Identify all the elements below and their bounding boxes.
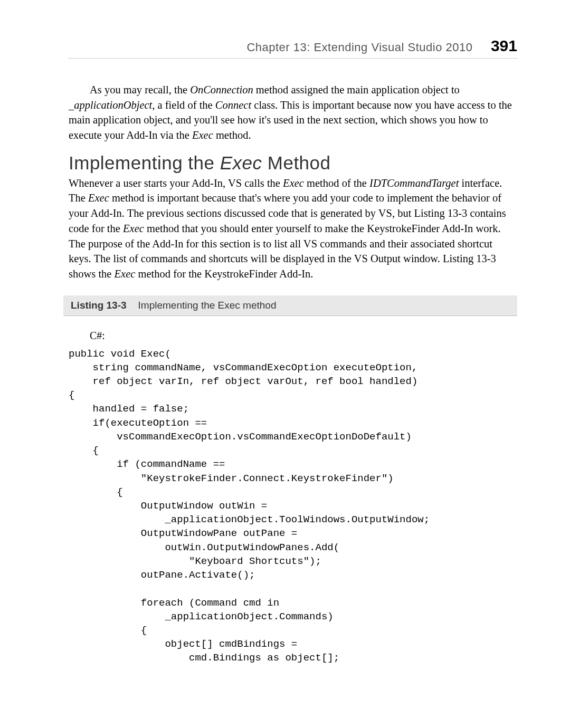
term-exec-5: Exec bbox=[115, 268, 136, 280]
page-header: Chapter 13: Extending Visual Studio 2010… bbox=[69, 37, 517, 59]
term-exec-4: Exec bbox=[123, 223, 144, 234]
section-heading: Implementing the Exec Method bbox=[69, 152, 517, 174]
page-number: 391 bbox=[491, 37, 517, 54]
listing-number: Listing 13-3 bbox=[71, 300, 127, 311]
listing-header: Listing 13-3Implementing the Exec method bbox=[63, 295, 517, 316]
paragraph-1: As you may recall, the OnConnection meth… bbox=[69, 82, 517, 143]
chapter-title: Chapter 13: Extending Visual Studio 2010 bbox=[246, 41, 472, 54]
code-language-label: C#: bbox=[90, 330, 517, 342]
code-block: public void Exec( string commandName, vs… bbox=[69, 347, 517, 665]
term-applicationobject: _applicationObject, bbox=[69, 99, 155, 111]
term-exec-1: Exec bbox=[192, 129, 213, 141]
page-content: Chapter 13: Extending Visual Studio 2010… bbox=[0, 0, 570, 692]
listing-caption: Implementing the Exec method bbox=[138, 300, 277, 311]
term-idtcommandtarget: IDTCommandTarget bbox=[369, 177, 459, 189]
term-exec-3: Exec bbox=[88, 192, 109, 204]
term-connect: Connect bbox=[215, 99, 251, 111]
term-exec-2: Exec bbox=[283, 177, 304, 189]
term-onconnection: OnConnection bbox=[190, 84, 253, 95]
paragraph-2: Whenever a user starts your Add-In, VS c… bbox=[69, 176, 517, 282]
